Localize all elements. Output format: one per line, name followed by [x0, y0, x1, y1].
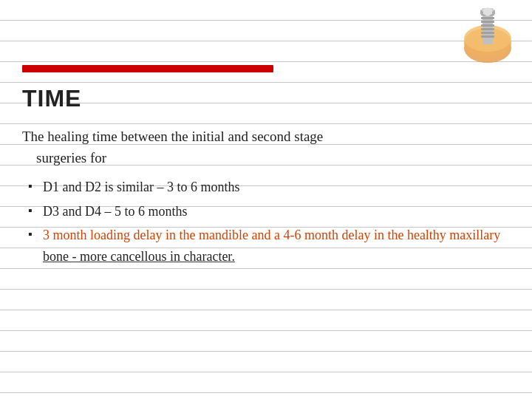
svg-rect-8 [481, 28, 494, 30]
red-divider-bar [22, 65, 273, 72]
svg-rect-9 [481, 32, 494, 34]
main-page: TIME The healing time between the initia… [0, 0, 532, 399]
bullet-item-1: D1 and D2 is similar – 3 to 6 months [22, 177, 510, 198]
section-title: TIME [22, 85, 510, 112]
bullet-item-2: D3 and D4 – 5 to 6 months [22, 201, 510, 222]
bullet-list: D1 and D2 is similar – 3 to 6 months D3 … [22, 177, 510, 267]
svg-rect-6 [481, 21, 494, 23]
main-content: TIME The healing time between the initia… [22, 85, 510, 267]
intro-line1: The healing time between the initial and… [22, 129, 323, 144]
implant-illustration [451, 7, 517, 66]
intro-line2: surgeries for [22, 150, 106, 166]
svg-rect-10 [481, 35, 494, 38]
intro-paragraph: The healing time between the initial and… [22, 126, 510, 169]
svg-rect-5 [481, 17, 494, 19]
bullet-item-3: 3 month loading delay in the mandible an… [22, 225, 510, 267]
svg-rect-7 [481, 24, 494, 27]
